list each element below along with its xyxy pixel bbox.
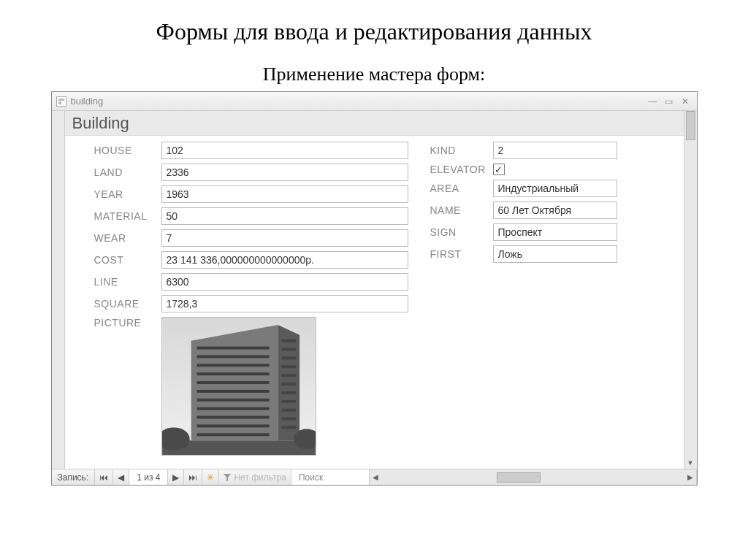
input-sign[interactable]: [493, 223, 617, 241]
nav-last-button[interactable]: ⏭: [184, 469, 202, 485]
label-area: AREA: [430, 183, 493, 194]
svg-rect-22: [281, 400, 296, 403]
label-first: FIRST: [430, 248, 493, 260]
input-year[interactable]: [161, 185, 408, 203]
svg-rect-13: [196, 424, 269, 427]
input-house[interactable]: [161, 142, 408, 159]
input-square[interactable]: [161, 295, 408, 312]
vertical-scrollbar[interactable]: ▲ ▼: [684, 111, 697, 469]
minimize-icon[interactable]: —: [646, 96, 660, 107]
svg-rect-21: [281, 391, 296, 394]
nav-record-label: Запись:: [52, 469, 96, 485]
scroll-down-icon[interactable]: ▼: [684, 457, 697, 469]
svg-rect-7: [196, 372, 269, 375]
maximize-icon[interactable]: ▭: [662, 96, 676, 107]
record-selector-bar[interactable]: [52, 111, 65, 469]
nav-record-counter[interactable]: 1 из 4: [129, 469, 168, 485]
input-wear[interactable]: [161, 229, 408, 247]
window-frame: building — ▭ ✕ Building HOUSE LAND: [51, 91, 698, 486]
form-icon: [56, 96, 66, 107]
svg-marker-3: [278, 325, 299, 440]
vscroll-thumb[interactable]: [686, 111, 695, 140]
titlebar: building — ▭ ✕: [52, 92, 697, 111]
svg-rect-4: [196, 347, 269, 350]
svg-rect-25: [281, 426, 296, 429]
nav-search-label: Поиск: [291, 469, 326, 485]
horizontal-scrollbar[interactable]: ◀ ▶: [370, 469, 696, 485]
nav-filter-text: Нет фильтра: [234, 472, 286, 483]
label-year: YEAR: [94, 188, 161, 200]
svg-rect-5: [196, 355, 269, 358]
svg-rect-11: [196, 407, 269, 410]
left-column: HOUSE LAND YEAR MATERIAL: [94, 142, 408, 456]
svg-rect-16: [281, 348, 296, 351]
label-land: LAND: [94, 166, 161, 178]
input-cost[interactable]: [161, 251, 408, 269]
page-title: Формы для ввода и редактирования данных: [0, 18, 748, 45]
nav-search-input[interactable]: [326, 469, 370, 485]
svg-rect-6: [196, 364, 269, 367]
svg-rect-23: [281, 409, 296, 412]
svg-rect-24: [281, 418, 296, 421]
input-name[interactable]: [493, 202, 617, 219]
window-title: building: [71, 96, 104, 107]
input-kind[interactable]: [493, 142, 617, 159]
label-line: LINE: [94, 276, 161, 288]
hscroll-right-icon[interactable]: ▶: [684, 473, 696, 481]
label-house: HOUSE: [94, 145, 161, 156]
svg-rect-9: [196, 390, 269, 393]
nav-prev-button[interactable]: ◀: [113, 469, 129, 485]
funnel-icon: [224, 474, 231, 481]
svg-rect-19: [281, 374, 296, 377]
nav-new-button[interactable]: ✳: [202, 469, 219, 485]
form-body: Building HOUSE LAND YEAR: [65, 111, 684, 469]
label-wear: WEAR: [94, 232, 161, 244]
svg-rect-8: [196, 381, 269, 384]
svg-rect-15: [281, 340, 296, 342]
form-header: Building: [65, 111, 684, 136]
svg-rect-17: [281, 356, 296, 359]
svg-rect-10: [196, 399, 269, 402]
svg-rect-18: [281, 365, 296, 368]
nav-next-button[interactable]: ▶: [168, 469, 184, 485]
label-kind: KIND: [430, 145, 493, 156]
hscroll-left-icon[interactable]: ◀: [370, 473, 381, 481]
right-column: KIND ELEVATOR ✓ AREA NAME: [430, 142, 617, 456]
nav-filter-indicator[interactable]: Нет фильтра: [219, 469, 291, 485]
input-land[interactable]: [161, 164, 408, 181]
page-subtitle: Применение мастера форм:: [0, 64, 748, 85]
checkbox-elevator[interactable]: ✓: [493, 164, 505, 175]
svg-rect-20: [281, 383, 296, 386]
svg-rect-14: [196, 433, 269, 436]
label-material: MATERIAL: [94, 210, 161, 222]
label-square: SQUARE: [94, 298, 161, 310]
input-material[interactable]: [161, 207, 408, 225]
label-cost: COST: [94, 254, 161, 266]
close-icon[interactable]: ✕: [678, 96, 692, 107]
input-line[interactable]: [161, 273, 408, 291]
label-elevator: ELEVATOR: [430, 164, 493, 175]
record-navigator: Запись: ⏮ ◀ 1 из 4 ▶ ⏭ ✳ Нет фильтра Пои…: [52, 469, 697, 485]
label-name: NAME: [430, 204, 493, 216]
nav-first-button[interactable]: ⏮: [95, 469, 113, 485]
svg-rect-12: [196, 416, 269, 419]
label-sign: SIGN: [430, 226, 493, 238]
picture-field[interactable]: [161, 317, 316, 456]
input-first[interactable]: [493, 245, 617, 263]
building-image: [162, 318, 316, 455]
hscroll-thumb[interactable]: [497, 472, 541, 483]
input-area[interactable]: [493, 180, 617, 197]
label-picture: PICTURE: [94, 317, 161, 329]
